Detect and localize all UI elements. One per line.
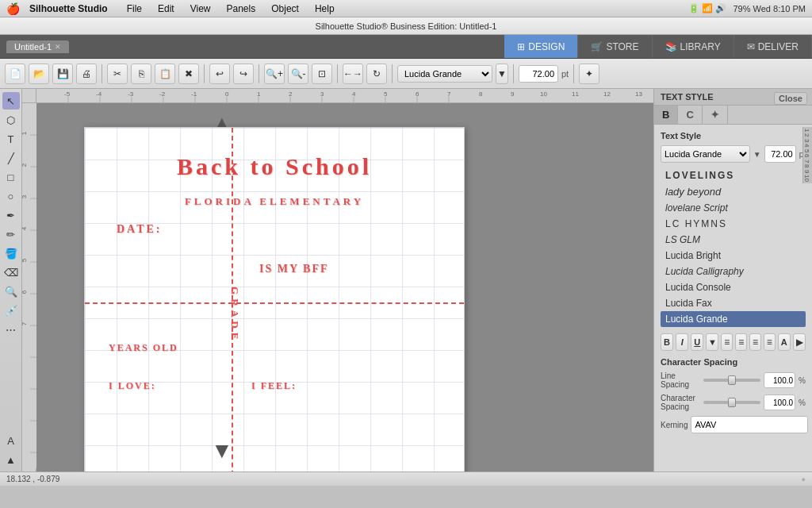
menu-panels[interactable]: Panels — [220, 3, 262, 14]
rotate-btn[interactable]: ↻ — [366, 64, 387, 84]
font-select[interactable]: Lucida Grande — [661, 145, 750, 163]
char-spacing-slider[interactable] — [703, 401, 760, 404]
char-spacing-thumb[interactable] — [728, 398, 736, 407]
toolbar-font-arrow[interactable]: ▼ — [496, 64, 508, 84]
panel-tab-star[interactable]: ✦ — [703, 106, 728, 124]
text-tool[interactable]: T — [2, 130, 20, 148]
nav-tabs: Untitled-1 ✕ ⊞ DESIGN 🛒 STORE 📚 LIBRARY … — [0, 35, 812, 59]
zoom-tool[interactable]: 🔍 — [2, 283, 20, 300]
eyedrop-tool[interactable]: 💉 — [2, 302, 20, 319]
canvas-text-ismybff[interactable]: IS MY BFF — [259, 263, 328, 275]
move-btn[interactable]: ←→ — [343, 64, 363, 84]
text-style-label: Text Style — [661, 131, 806, 140]
bold-button[interactable]: B — [661, 333, 673, 351]
toolbar-font-select[interactable]: Lucida Grande — [397, 65, 492, 83]
menu-view[interactable]: View — [184, 3, 217, 14]
font-list-item-lchymns[interactable]: LC HYMNS — [661, 216, 806, 232]
canvas-text-grade[interactable]: G R A D E — [228, 287, 242, 341]
bottom-tool-2[interactable]: ▲ — [2, 451, 20, 468]
line-tool[interactable]: ╱ — [2, 149, 20, 167]
align-justify-btn[interactable]: ≡ — [764, 333, 776, 351]
menu-edit[interactable]: Edit — [151, 3, 181, 14]
underline-arrow[interactable]: ▼ — [706, 333, 718, 351]
align-left-btn[interactable]: ≡ — [721, 333, 733, 351]
menu-object[interactable]: Object — [265, 3, 305, 14]
panel-tab-b[interactable]: B — [654, 106, 678, 124]
canvas-text-date[interactable]: DATE: — [117, 223, 163, 236]
panel-close-button[interactable]: Close — [774, 92, 807, 105]
svg-text:7: 7 — [447, 90, 451, 98]
new-btn[interactable]: 📄 — [5, 64, 25, 84]
canvas-area: -5 -4 -3 -2 -1 0 1 2 3 4 5 6 7 8 9 10 11… — [22, 89, 653, 471]
open-btn[interactable]: 📂 — [29, 64, 49, 84]
align-right-btn[interactable]: ≡ — [749, 333, 761, 351]
shape-tool[interactable]: □ — [2, 168, 20, 186]
document-tab[interactable]: Untitled-1 ✕ — [6, 40, 69, 53]
tab-close-icon[interactable]: ✕ — [55, 43, 61, 51]
text-style-extra-btn[interactable]: ▶ — [793, 333, 806, 351]
zoom-in-btn[interactable]: 🔍+ — [264, 64, 285, 84]
char-spacing-value[interactable] — [764, 394, 795, 410]
cut-btn[interactable]: ✂ — [107, 64, 128, 84]
underline-button[interactable]: U — [691, 333, 703, 351]
eraser-tool[interactable]: ⌫ — [2, 264, 20, 281]
font-select-arrow[interactable]: ▼ — [753, 150, 761, 159]
font-list-item-lucidacalligraphy[interactable]: Lucida Calligraphy — [661, 264, 806, 279]
canvas-text-ilove[interactable]: I LOVE: — [109, 380, 156, 392]
extra-tool[interactable]: ⋯ — [2, 321, 20, 338]
font-list-item-lucidabright[interactable]: Lucida Bright — [661, 248, 806, 264]
pen-tool[interactable]: ✒ — [2, 206, 20, 224]
tab-deliver[interactable]: ✉ DELIVER — [734, 35, 812, 58]
tab-design[interactable]: ⊞ DESIGN — [504, 35, 578, 58]
svg-text:11: 11 — [572, 90, 579, 98]
font-list-item-lucidagrande[interactable]: Lucida Grande — [661, 311, 806, 327]
font-list-item-ladybeyond[interactable]: lady beyond — [661, 183, 806, 200]
line-spacing-thumb[interactable] — [728, 375, 736, 385]
zoom-fit-btn[interactable]: ⊡ — [312, 64, 332, 84]
font-list-item-lsglm[interactable]: LS GLM — [661, 232, 806, 248]
node-tool[interactable]: ⬡ — [2, 111, 20, 129]
align-center-btn[interactable]: ≡ — [735, 333, 747, 351]
canvas-text-yearsold[interactable]: YEARS OLD — [109, 342, 178, 354]
line-spacing-value[interactable] — [764, 372, 795, 388]
copy-btn[interactable]: ⎘ — [131, 64, 151, 84]
font-list-item-lucidafax[interactable]: Lucida Fax — [661, 295, 806, 311]
tab-store[interactable]: 🛒 STORE — [578, 35, 652, 58]
select-tool[interactable]: ↖ — [2, 92, 20, 110]
font-list-item-lovelings[interactable]: LOVELINGS — [661, 167, 806, 183]
save-btn[interactable]: 💾 — [52, 64, 73, 84]
print-btn[interactable]: 🖨 — [76, 64, 97, 84]
side-number-3: 3 — [805, 139, 810, 142]
bottom-tool-1[interactable]: A — [2, 432, 20, 449]
svg-text:-5: -5 — [64, 90, 71, 98]
font-list-item-lucidaconsole[interactable]: Lucida Console — [661, 279, 806, 295]
delete-btn[interactable]: ✖ — [178, 64, 199, 84]
scroll-down-arrow[interactable]: ▼ — [211, 438, 233, 464]
char-spacing-label: Character Spacing — [661, 394, 700, 411]
star-btn[interactable]: ✦ — [579, 64, 599, 84]
panel-tab-c[interactable]: C — [678, 106, 702, 124]
fill-tool[interactable]: 🪣 — [2, 244, 20, 262]
paper-canvas[interactable]: Back to School FLORIDA ELEMENTARY DATE: … — [84, 127, 465, 471]
kerning-input[interactable] — [691, 416, 808, 433]
apple-logo[interactable]: 🍎 — [6, 2, 20, 15]
font-list-item-lovelane[interactable]: lovelane Script — [661, 200, 806, 216]
zoom-out-btn[interactable]: 🔍- — [288, 64, 308, 84]
canvas-text-backtoschool[interactable]: Back to School — [101, 153, 448, 180]
status-coordinates: 18.132 , -0.879 — [6, 475, 59, 483]
font-size-input[interactable] — [764, 145, 796, 163]
italic-button[interactable]: I — [676, 333, 688, 351]
pencil-tool[interactable]: ✏ — [2, 225, 20, 243]
paste-btn[interactable]: 📋 — [155, 64, 175, 84]
menu-file[interactable]: File — [121, 3, 148, 14]
canvas-text-ifeel[interactable]: I FEEL: — [251, 380, 297, 392]
undo-btn[interactable]: ↩ — [209, 64, 230, 84]
toolbar-font-size[interactable] — [519, 65, 558, 83]
canvas-text-florida[interactable]: FLORIDA ELEMENTARY — [104, 195, 445, 208]
menu-help[interactable]: Help — [308, 3, 341, 14]
line-spacing-slider[interactable] — [703, 379, 760, 382]
ellipse-tool[interactable]: ○ — [2, 187, 20, 205]
tab-library[interactable]: 📚 LIBRARY — [653, 35, 734, 58]
redo-btn[interactable]: ↪ — [233, 64, 254, 84]
text-style-a-btn[interactable]: A — [778, 333, 791, 351]
